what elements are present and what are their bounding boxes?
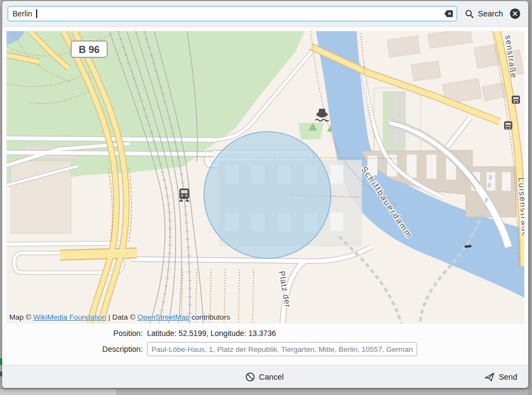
search-input-wrap	[8, 6, 457, 21]
search-input[interactable]	[8, 6, 457, 21]
close-button[interactable]	[510, 8, 521, 19]
wikimedia-link[interactable]: WikiMedia Foundation	[33, 313, 107, 321]
description-row: Description:	[2, 342, 528, 356]
send-label: Send	[499, 373, 517, 381]
search-button[interactable]: Search	[465, 9, 503, 19]
openstreetmap-link[interactable]: OpenStreetMap	[137, 313, 189, 321]
bus-stop-icon	[512, 96, 520, 104]
bus-stop-icon	[504, 121, 512, 129]
dialog-footer: Cancel Send	[2, 365, 528, 388]
cancel-button[interactable]: Cancel	[245, 365, 284, 388]
position-row: Position: Latitude: 52.5199, Longitude: …	[2, 329, 528, 338]
search-button-label: Search	[478, 9, 503, 18]
position-value: Latitude: 52.5199, Longitude: 13.3736	[147, 329, 276, 338]
attribution-text: Map ©	[9, 313, 33, 321]
underlying-window-right-edge	[528, 0, 532, 395]
road-badge-b96: B 96	[71, 41, 107, 57]
clear-backspace-icon[interactable]	[444, 10, 453, 17]
location-form: Position: Latitude: 52.5199, Longitude: …	[2, 325, 528, 356]
attribution-text: contributors	[190, 313, 230, 321]
position-label: Position:	[2, 329, 147, 338]
text-caret	[36, 9, 37, 18]
attribution-text: | Data ©	[106, 313, 137, 321]
desktop-background: Search	[0, 0, 532, 395]
location-picker-dialog: Search	[2, 1, 528, 388]
description-input[interactable]	[147, 342, 417, 356]
send-button[interactable]: Send	[484, 365, 517, 388]
map-attribution: Map © WikiMedia Foundation | Data © Open…	[9, 313, 230, 321]
svg-text:B 96: B 96	[79, 44, 100, 55]
map-view[interactable]: Schiffbauerdamm senstraße Luisenstraße P…	[7, 31, 524, 323]
search-icon	[465, 9, 474, 19]
search-header: Search	[2, 1, 528, 27]
send-icon	[484, 372, 495, 382]
underlying-window-bottom-left	[0, 388, 116, 395]
location-accuracy-circle	[204, 132, 331, 258]
cancel-label: Cancel	[259, 373, 284, 381]
description-label: Description:	[2, 345, 147, 353]
map-canvas: Schiffbauerdamm senstraße Luisenstraße P…	[7, 31, 524, 323]
cancel-icon	[245, 372, 255, 382]
close-icon	[510, 8, 521, 19]
underlying-window-bottom-right	[116, 388, 532, 395]
